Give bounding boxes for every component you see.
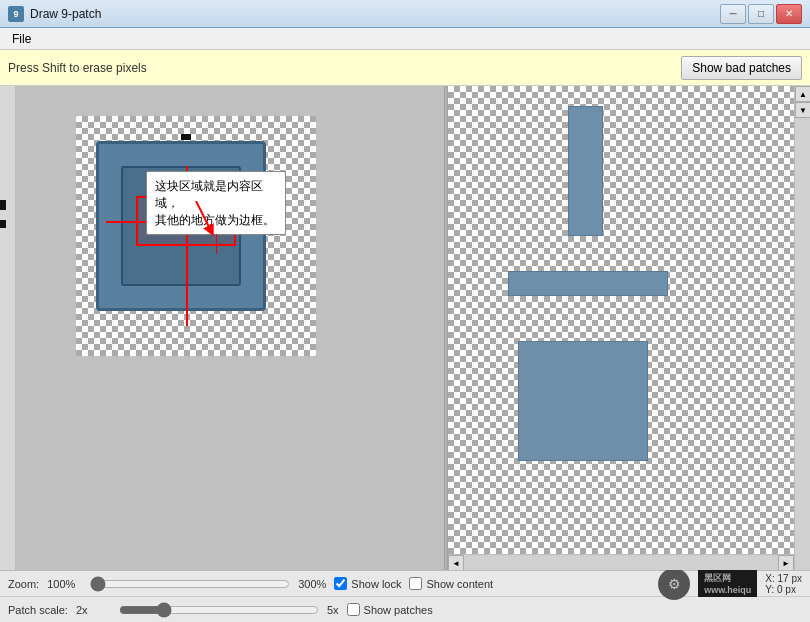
left-scroll-bar[interactable] <box>0 86 16 570</box>
scroll-track-bottom <box>464 555 778 570</box>
logo-text: 黑区网www.heiqu <box>698 570 757 597</box>
restore-button[interactable]: □ <box>748 4 774 24</box>
right-status-area: ⚙ 黑区网www.heiqu X: 17 px Y: 0 px <box>658 568 802 600</box>
show-patches-group: Show patches <box>347 603 433 616</box>
toolbar: Press Shift to erase pixels Show bad pat… <box>0 50 810 86</box>
zoom-slider[interactable] <box>90 577 290 591</box>
status-row-2: Patch scale: 2x 5x Show patches <box>0 597 810 622</box>
top-patch-mark <box>181 134 191 140</box>
title-bar-left: 9 Draw 9-patch <box>8 6 101 22</box>
right-scrollbar[interactable]: ▲ ▼ <box>794 86 810 570</box>
tooltip-arrow <box>186 201 266 281</box>
patch-scale-label: Patch scale: <box>8 604 68 616</box>
scroll-up-button[interactable]: ▲ <box>795 86 810 102</box>
menu-file[interactable]: File <box>4 30 39 48</box>
show-content-checkbox[interactable] <box>409 577 422 590</box>
preview-panel: ▲ ▼ ◄ ► <box>448 86 810 570</box>
toolbar-hint: Press Shift to erase pixels <box>8 61 673 75</box>
window-title: Draw 9-patch <box>30 7 101 21</box>
show-lock-group: Show lock <box>334 577 401 590</box>
show-lock-label: Show lock <box>351 578 401 590</box>
status-bar: Zoom: 100% 300% Show lock Show content ⚙… <box>0 570 810 622</box>
zoom-label: Zoom: <box>8 578 39 590</box>
patch-scale-max: 5x <box>327 604 339 616</box>
zoom-max: 300% <box>298 578 326 590</box>
left-patch-mark2 <box>0 220 6 228</box>
patch-scale-slider[interactable] <box>119 603 319 617</box>
app-icon: 9 <box>8 6 24 22</box>
scroll-down-button[interactable]: ▼ <box>795 102 810 118</box>
preview-shape-tall <box>568 106 603 236</box>
scroll-right-button[interactable]: ► <box>778 555 794 570</box>
title-bar: 9 Draw 9-patch ─ □ ✕ <box>0 0 810 28</box>
canvas-container: 这块区域就是内容区域， 其他的地方做为边框。 <box>76 116 316 356</box>
close-button[interactable]: ✕ <box>776 4 802 24</box>
show-patches-label: Show patches <box>364 604 433 616</box>
scroll-left-button[interactable]: ◄ <box>448 555 464 570</box>
title-bar-controls: ─ □ ✕ <box>720 4 802 24</box>
svg-line-1 <box>196 201 211 231</box>
y-coord-label: Y: 0 px <box>765 584 802 595</box>
preview-checkered-bg <box>448 86 794 554</box>
show-content-label: Show content <box>426 578 493 590</box>
show-bad-patches-button[interactable]: Show bad patches <box>681 56 802 80</box>
menu-bar: File <box>0 28 810 50</box>
show-patches-checkbox[interactable] <box>347 603 360 616</box>
status-row-1: Zoom: 100% 300% Show lock Show content ⚙… <box>0 571 810 597</box>
coords-display: X: 17 px Y: 0 px <box>765 573 802 595</box>
settings-icon: ⚙ <box>658 568 690 600</box>
preview-shape-wide <box>508 271 668 296</box>
bottom-scrollbar[interactable]: ◄ ► <box>448 554 794 570</box>
patch-scale-value: 2x <box>76 604 111 616</box>
show-content-group: Show content <box>409 577 493 590</box>
preview-shape-square <box>518 341 648 461</box>
minimize-button[interactable]: ─ <box>720 4 746 24</box>
editor-panel: 这块区域就是内容区域， 其他的地方做为边框。 <box>16 86 444 570</box>
left-patch-mark <box>0 200 6 210</box>
main-content: 这块区域就是内容区域， 其他的地方做为边框。 <box>0 86 810 570</box>
x-coord-label: X: 17 px <box>765 573 802 584</box>
zoom-value: 100% <box>47 578 82 590</box>
show-lock-checkbox[interactable] <box>334 577 347 590</box>
